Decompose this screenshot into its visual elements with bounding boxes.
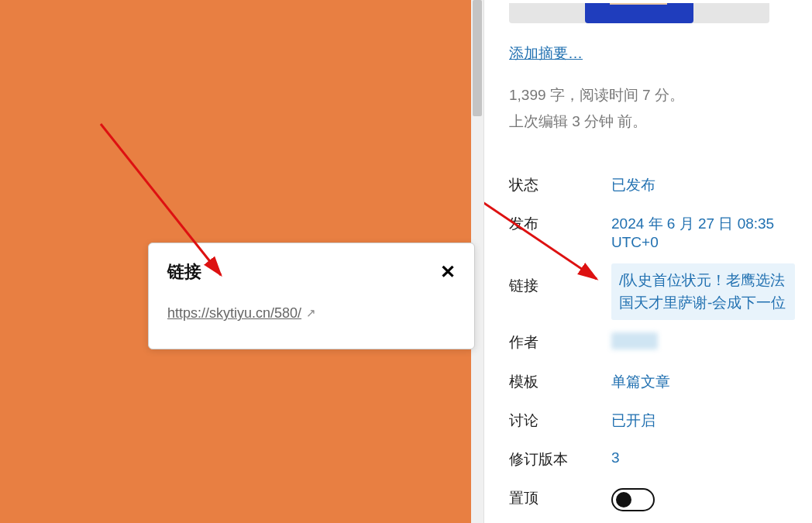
meta-label: 链接	[509, 270, 611, 314]
last-edited-text: 上次编辑 3 分钟 前。	[509, 112, 787, 132]
meta-label: 模板	[509, 372, 611, 392]
meta-label: 修订版本	[509, 449, 611, 470]
meta-row-publish: 发布 2024 年 6 月 27 日 08:35 UTC+0	[509, 205, 787, 260]
post-settings-sidebar: 添加摘要… 1,399 字，阅读时间 7 分。 上次编辑 3 分钟 前。 状态 …	[483, 0, 812, 523]
link-url[interactable]: https://skytiyu.cn/580/	[167, 305, 301, 321]
discussion-value[interactable]: 已开启	[611, 411, 787, 431]
close-icon[interactable]: ✕	[440, 263, 456, 281]
publish-date-value[interactable]: 2024 年 6 月 27 日 08:35 UTC+0	[611, 214, 787, 251]
revisions-value[interactable]: 3	[611, 449, 787, 466]
popover-title: 链接	[167, 260, 201, 284]
toggle-knob	[616, 492, 631, 508]
post-meta-table: 状态 已发布 发布 2024 年 6 月 27 日 08:35 UTC+0 链接…	[509, 166, 787, 521]
meta-label: 状态	[509, 175, 611, 195]
sticky-toggle-cell	[611, 488, 787, 511]
add-excerpt-link[interactable]: 添加摘要…	[509, 43, 583, 64]
editor-canvas[interactable]: 链接 ✕ https://skytiyu.cn/580/↗	[0, 0, 483, 523]
link-settings-popover: 链接 ✕ https://skytiyu.cn/580/↗	[148, 243, 475, 349]
meta-label: 发布	[509, 214, 611, 234]
scrollbar-thumb[interactable]	[473, 0, 482, 116]
meta-row-status: 状态 已发布	[509, 166, 787, 205]
author-blurred	[611, 332, 658, 349]
meta-row-template: 模板 单篇文章	[509, 363, 787, 401]
status-value[interactable]: 已发布	[611, 175, 787, 195]
meta-label: 置顶	[509, 488, 611, 508]
meta-label: 讨论	[509, 411, 611, 431]
featured-image-thumbnail[interactable]	[509, 3, 769, 23]
author-value[interactable]	[611, 332, 787, 353]
meta-row-author: 作者	[509, 323, 787, 363]
meta-row-discussion: 讨论 已开启	[509, 401, 787, 440]
meta-row-link: 链接 /队史首位状元！老鹰选法国天才里萨谢-会成下一位	[509, 260, 787, 323]
meta-row-sticky: 置顶	[509, 479, 787, 521]
sticky-toggle[interactable]	[611, 488, 655, 511]
permalink-value[interactable]: /队史首位状元！老鹰选法国天才里萨谢-会成下一位	[611, 263, 795, 320]
external-link-icon: ↗	[306, 306, 316, 320]
meta-row-revisions: 修订版本 3	[509, 440, 787, 479]
word-count-text: 1,399 字，阅读时间 7 分。	[509, 85, 787, 105]
template-value[interactable]: 单篇文章	[611, 372, 787, 392]
meta-label: 作者	[509, 332, 611, 353]
